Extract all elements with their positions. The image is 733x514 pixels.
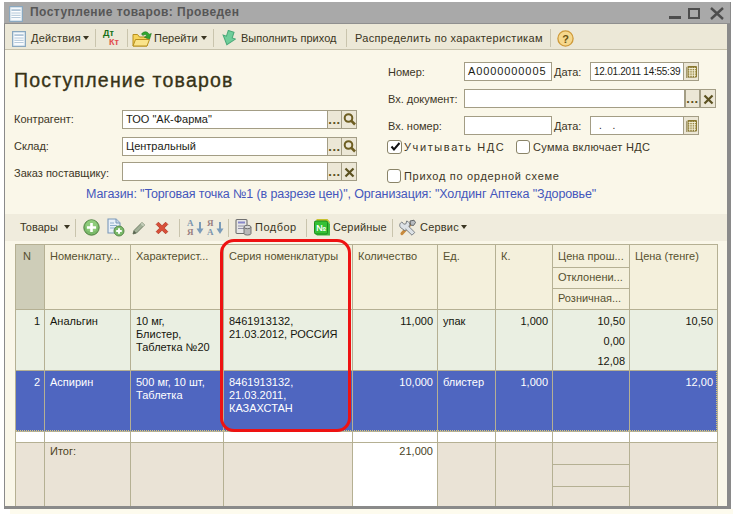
svg-text:?: ? xyxy=(562,33,569,45)
svg-text:№: № xyxy=(316,223,326,233)
